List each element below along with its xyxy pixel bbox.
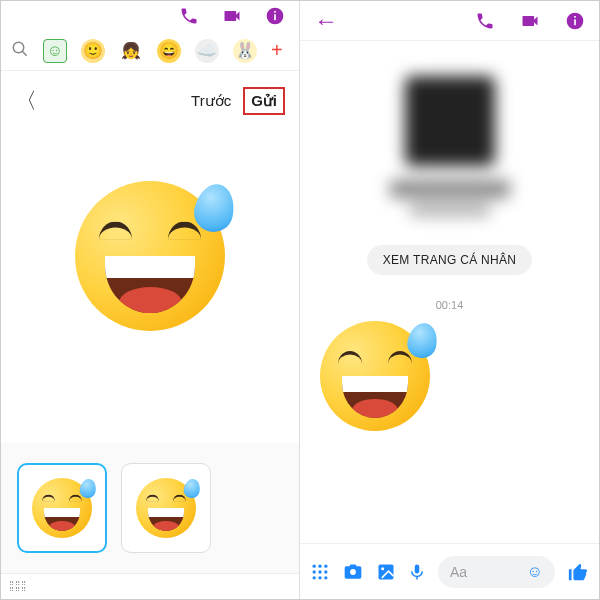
- sticker-preview: [1, 131, 299, 443]
- pack-face[interactable]: 👧: [119, 39, 143, 63]
- pack-bunny[interactable]: 🐰: [233, 39, 257, 63]
- phone-icon[interactable]: [179, 6, 199, 26]
- keyboard-toggle-row[interactable]: ⠿⠿⠿⠿⠿⠿: [1, 573, 299, 599]
- send-button[interactable]: Gửi: [243, 87, 285, 115]
- mic-icon[interactable]: [408, 562, 426, 582]
- svg-point-14: [313, 576, 316, 579]
- pack-gray[interactable]: ☁️: [195, 39, 219, 63]
- add-pack-button[interactable]: +: [271, 39, 283, 62]
- profile-sub-blurred: [410, 204, 490, 216]
- apps-icon[interactable]: [310, 562, 330, 582]
- svg-point-12: [318, 570, 321, 573]
- emoji-grin-sweat-large: [75, 181, 225, 331]
- pack-yellow[interactable]: 🙂: [81, 39, 105, 63]
- sticker-thumb-2[interactable]: [121, 463, 211, 553]
- svg-point-16: [324, 576, 327, 579]
- message-input-placeholder: Aa: [450, 564, 467, 580]
- video-icon[interactable]: [519, 11, 541, 31]
- chevron-left-icon[interactable]: 〈: [15, 86, 37, 116]
- info-icon[interactable]: [565, 11, 585, 31]
- message-row: [300, 321, 599, 431]
- svg-point-19: [381, 567, 384, 570]
- message-timestamp: 00:14: [300, 299, 599, 311]
- sticker-send-panel: ☺ 🙂 👧 😄 ☁️ 🐰 + 〈 Trước Gửi: [1, 1, 300, 599]
- emoji-grin-sweat-message: [320, 321, 430, 431]
- svg-rect-1: [274, 14, 276, 20]
- sent-sticker[interactable]: [320, 321, 430, 431]
- svg-rect-6: [574, 19, 576, 25]
- sticker-thumbnails: [1, 443, 299, 573]
- left-header: [1, 1, 299, 31]
- prev-button[interactable]: Trước: [191, 92, 231, 110]
- profile-area-blurred: [300, 41, 599, 251]
- svg-point-8: [313, 564, 316, 567]
- svg-point-10: [324, 564, 327, 567]
- svg-point-11: [313, 570, 316, 573]
- svg-rect-2: [274, 11, 276, 13]
- avatar: [405, 76, 495, 166]
- svg-point-17: [350, 569, 356, 575]
- pack-grin-selected[interactable]: 😄: [157, 39, 181, 63]
- composer: Aa ☺: [300, 543, 599, 599]
- svg-point-15: [318, 576, 321, 579]
- right-header: ←: [300, 1, 599, 41]
- sticker-nav-bar: 〈 Trước Gửi: [1, 71, 299, 131]
- sticker-pack-row: ☺ 🙂 👧 😄 ☁️ 🐰 +: [1, 31, 299, 71]
- svg-line-4: [22, 51, 27, 56]
- svg-point-3: [13, 42, 24, 53]
- search-icon[interactable]: [11, 40, 29, 62]
- nav-bar-right: Trước Gửi: [191, 87, 285, 115]
- message-input[interactable]: Aa ☺: [438, 556, 555, 588]
- arrow-left-icon[interactable]: ←: [314, 7, 338, 35]
- svg-rect-18: [379, 564, 394, 579]
- video-icon[interactable]: [221, 6, 243, 26]
- phone-icon[interactable]: [475, 11, 495, 31]
- camera-icon[interactable]: [342, 562, 364, 582]
- svg-rect-20: [415, 564, 420, 573]
- emoji-grin-sweat-thumb: [32, 478, 92, 538]
- thumbs-up-icon[interactable]: [567, 561, 589, 583]
- svg-point-13: [324, 570, 327, 573]
- profile-name-blurred: [390, 180, 510, 198]
- chat-panel: ← XEM TRANG CÁ NHÂN 00:14 Aa ☺: [300, 1, 599, 599]
- gallery-icon[interactable]: [376, 562, 396, 582]
- smile-icon[interactable]: ☺: [527, 563, 543, 581]
- pack-green[interactable]: ☺: [43, 39, 67, 63]
- svg-point-9: [318, 564, 321, 567]
- sticker-thumb-1[interactable]: [17, 463, 107, 553]
- keyboard-icon: ⠿⠿⠿⠿⠿⠿: [9, 581, 27, 593]
- svg-rect-7: [574, 16, 576, 18]
- info-icon[interactable]: [265, 6, 285, 26]
- emoji-grin-sweat-thumb-2: [136, 478, 196, 538]
